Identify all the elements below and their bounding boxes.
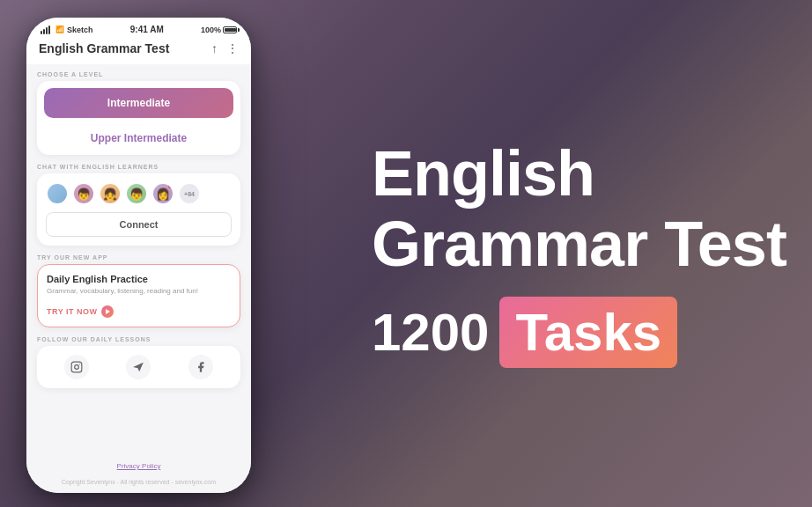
new-app-section-label: TRY OUR NEW APP bbox=[37, 254, 240, 261]
telegram-button[interactable] bbox=[126, 355, 151, 379]
phone: 📶 Sketch 9:41 AM 100% English Grammar Te… bbox=[26, 18, 251, 493]
svg-point-1 bbox=[75, 365, 79, 370]
new-app-description: Grammar, vocabulary, listening, reading … bbox=[47, 287, 231, 295]
avatars-row: 👦 👧 👦 👩 +84 bbox=[46, 182, 232, 205]
battery-label: 100% bbox=[201, 26, 221, 34]
avatar-2: 👦 bbox=[72, 182, 95, 205]
new-app-section: TRY OUR NEW APP Daily English Practice G… bbox=[37, 254, 240, 327]
status-right: 100% bbox=[201, 26, 237, 34]
facebook-button[interactable] bbox=[188, 355, 213, 379]
tasks-row: 1200 Tasks bbox=[372, 297, 677, 368]
level-section-label: CHOOSE A LEVEL bbox=[37, 71, 240, 77]
share-icon[interactable]: ↑ bbox=[211, 41, 218, 55]
play-icon bbox=[101, 305, 114, 318]
app-footer: Privacy Policy Copright Sevenlynx - All … bbox=[26, 457, 251, 493]
avatar-3: 👧 bbox=[99, 182, 122, 205]
status-left: 📶 Sketch bbox=[41, 26, 93, 34]
social-card bbox=[37, 346, 240, 388]
avatar-1 bbox=[46, 182, 69, 205]
status-bar: 📶 Sketch 9:41 AM 100% bbox=[26, 18, 251, 38]
main-title: English Grammar Test bbox=[372, 139, 786, 278]
level-section: CHOOSE A LEVEL Intermediate Upper Interm… bbox=[37, 71, 240, 155]
svg-rect-0 bbox=[71, 362, 82, 372]
app-header: English Grammar Test ↑ ⋮ bbox=[26, 38, 251, 64]
chat-section-label: CHAT WITH ENGLISH LEARNERS bbox=[37, 164, 240, 170]
app-header-title: English Grammar Test bbox=[39, 41, 169, 55]
new-app-title: Daily English Practice bbox=[47, 274, 231, 284]
app-body: CHOOSE A LEVEL Intermediate Upper Interm… bbox=[26, 64, 251, 457]
tasks-count: 1200 bbox=[372, 302, 489, 363]
copyright-text: Copright Sevenlynx - All rights reserved… bbox=[62, 479, 216, 485]
signal-icon bbox=[41, 26, 50, 34]
privacy-policy-link[interactable]: Privacy Policy bbox=[32, 462, 246, 470]
avatar-more: +84 bbox=[178, 182, 201, 205]
phone-wrapper: 📶 Sketch 9:41 AM 100% English Grammar Te… bbox=[26, 18, 251, 493]
upper-intermediate-button[interactable]: Upper Intermediate bbox=[37, 125, 240, 155]
carrier-label: Sketch bbox=[67, 26, 93, 34]
connect-button[interactable]: Connect bbox=[46, 212, 232, 237]
status-time: 9:41 AM bbox=[130, 25, 164, 34]
chat-section: CHAT WITH ENGLISH LEARNERS 👦 👧 👦 bbox=[37, 164, 240, 246]
tasks-badge: Tasks bbox=[499, 297, 677, 368]
wifi-icon: 📶 bbox=[55, 26, 64, 33]
chat-card: 👦 👧 👦 👩 +84 Con bbox=[37, 173, 240, 246]
svg-point-2 bbox=[79, 364, 80, 364]
notif-dot bbox=[168, 183, 173, 188]
intermediate-button[interactable]: Intermediate bbox=[44, 88, 233, 118]
header-icons: ↑ ⋮ bbox=[211, 41, 239, 55]
social-section: FOLLOW OUR DAILY LESSONS bbox=[37, 336, 240, 388]
avatar-5: 👩 bbox=[151, 182, 174, 205]
avatar-4: 👦 bbox=[125, 182, 148, 205]
new-app-card: Daily English Practice Grammar, vocabula… bbox=[37, 264, 240, 327]
try-it-now-button[interactable]: TRY IT NOW bbox=[47, 305, 114, 318]
social-section-label: FOLLOW OUR DAILY LESSONS bbox=[37, 336, 240, 342]
more-icon[interactable]: ⋮ bbox=[226, 41, 239, 55]
level-card: Intermediate Upper Intermediate bbox=[37, 81, 240, 155]
instagram-button[interactable] bbox=[64, 355, 89, 379]
right-panel: English Grammar Test 1200 Tasks bbox=[301, 0, 812, 507]
battery-icon bbox=[223, 26, 237, 33]
